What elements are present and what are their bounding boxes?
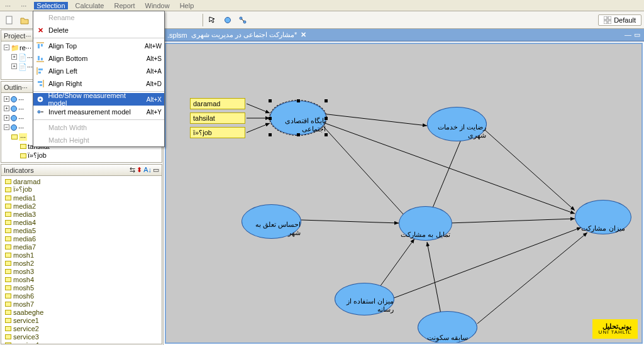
svg-rect-9 (608, 21, 611, 24)
pointer-tool[interactable] (206, 13, 219, 27)
indicators-list[interactable]: daramadï»؟jobmedia1media2media3media4med… (1, 176, 162, 344)
indicator-item[interactable]: mosh1 (3, 251, 160, 259)
menu-calculate[interactable]: Calculate (73, 2, 107, 9)
indicator-item[interactable]: mosh6 (3, 292, 160, 300)
indicator-label: service4 (13, 341, 39, 344)
indicator-item[interactable]: ï»؟job (3, 185, 160, 194)
latent-node[interactable]: رضایت از خدمات شهری (427, 107, 487, 141)
latent-node[interactable]: تمایل به مشارکت (399, 206, 452, 241)
hide-show-icon (36, 95, 44, 104)
close-tab-icon[interactable]: ✕ (301, 31, 306, 39)
sort-asc-icon[interactable]: A↓ (143, 166, 152, 174)
latent-node[interactable]: میزان مشارکت (575, 200, 631, 234)
menu-match-height: Match Height (33, 134, 164, 146)
indicator-item[interactable]: saabeghe (3, 308, 160, 316)
svg-rect-18 (38, 72, 41, 74)
indicator-item[interactable]: service4 (3, 341, 160, 344)
link-tool[interactable] (236, 13, 250, 27)
menu-window[interactable]: Window (143, 2, 172, 9)
indicator-box[interactable]: daramad (190, 98, 245, 109)
menu-selection[interactable]: Selection (34, 2, 67, 9)
align-top-icon (36, 41, 45, 50)
toggle-icon[interactable]: ⇆ (130, 166, 135, 174)
indicator-label: service1 (13, 317, 39, 324)
indicator-icon (5, 204, 11, 209)
open-button[interactable] (18, 13, 31, 27)
indicator-icon (5, 334, 11, 339)
latent-node[interactable]: احساس تعلق به شهر (242, 204, 301, 239)
indicator-item[interactable]: media4 (3, 218, 160, 226)
indicator-icon (5, 293, 11, 298)
indicator-item[interactable]: mosh3 (3, 267, 160, 275)
indicator-item[interactable]: media2 (3, 202, 160, 210)
new-button[interactable] (3, 13, 16, 27)
indicator-item[interactable]: service2 (3, 324, 160, 332)
indicator-icon (5, 318, 11, 323)
menubar[interactable]: ··· ··· Selection Calculate Report Windo… (0, 0, 644, 11)
tab-title: مشارکت اجتماعی در مدیریت شهری* (191, 31, 297, 39)
default-view-button[interactable]: Default (598, 14, 641, 26)
delete-icon: ✕ (36, 26, 45, 35)
indicator-icon (5, 179, 11, 184)
indicator-item[interactable]: media6 (3, 234, 160, 243)
indicator-box[interactable]: ï»؟job (190, 127, 245, 138)
menu-align-top[interactable]: Align TopAlt+W (33, 40, 164, 52)
indicator-label: media1 (13, 194, 36, 202)
default-label: Default (614, 16, 636, 24)
filter-icon[interactable]: ⬍ (136, 166, 142, 174)
menu-match-width: Match Width (33, 121, 164, 134)
outline-leaf[interactable]: daramad (3, 160, 160, 162)
indicator-label: mosh7 (13, 300, 34, 308)
outline-leaf[interactable]: ï»؟job (3, 151, 160, 160)
indicator-item[interactable]: daramad (3, 177, 160, 185)
indicator-item[interactable]: mosh2 (3, 259, 160, 267)
document-tab[interactable]: .splsm مشارکت اجتماعی در مدیریت شهری* ✕ … (164, 29, 644, 41)
latent-node[interactable]: میزان استفاده از رسانه (335, 283, 394, 315)
latent-node[interactable]: سابقه سکونت (418, 311, 477, 344)
menu-invert-measurement[interactable]: Invert measurement modelAlt+Y (33, 106, 164, 118)
projects-title: Project··· (4, 32, 31, 40)
indicator-item[interactable]: media5 (3, 226, 160, 234)
minimize-icon[interactable]: — (625, 31, 631, 39)
menu-align-right[interactable]: Align RightAlt+D (33, 77, 164, 90)
maximize-icon[interactable]: ▭ (634, 31, 640, 39)
indicator-label: service2 (13, 325, 39, 332)
svg-line-29 (317, 113, 427, 126)
svg-line-28 (317, 119, 411, 223)
svg-point-24 (38, 111, 40, 113)
indicator-icon (5, 302, 11, 307)
minimize-icon[interactable]: ▭ (153, 166, 159, 174)
indicator-icon (5, 244, 11, 249)
menu-item[interactable]: ··· (3, 2, 13, 9)
svg-rect-11 (38, 44, 40, 48)
menu-item[interactable]: ··· (18, 2, 29, 9)
menu-hide-show-measurement[interactable]: Hide/Show measurement modelAlt+X (33, 93, 164, 106)
watermark: یونی‌تحلیل UNI TAHLIL (592, 319, 638, 339)
outline-title: Outlin··· (4, 84, 28, 91)
menu-help[interactable]: Help (177, 2, 197, 9)
indicator-item[interactable]: service1 (3, 316, 160, 324)
node-tool[interactable] (221, 13, 235, 27)
menu-delete[interactable]: ✕Delete (33, 24, 164, 36)
menu-report[interactable]: Report (111, 2, 137, 9)
indicator-item[interactable]: media7 (3, 243, 160, 251)
indicator-item[interactable]: service3 (3, 332, 160, 341)
svg-line-5 (242, 19, 244, 21)
indicator-icon (5, 195, 11, 200)
indicator-item[interactable]: mosh5 (3, 283, 160, 292)
indicator-box[interactable]: tahsilat (190, 112, 245, 124)
latent-node-selected[interactable]: پایگاه اقتصادی اجتماعی (270, 101, 326, 135)
connection-arrows (166, 44, 641, 342)
menu-align-left[interactable]: Align LeftAlt+A (33, 65, 164, 77)
menu-align-bottom[interactable]: Align BottomAlt+S (33, 52, 164, 65)
svg-rect-17 (38, 68, 43, 70)
svg-line-38 (477, 233, 587, 324)
svg-point-23 (39, 99, 41, 101)
align-bottom-icon (36, 54, 45, 63)
indicator-item[interactable]: mosh4 (3, 275, 160, 283)
model-canvas[interactable]: daramad tahsilat ï»؟job پایگاه اقتصادی ا… (165, 43, 643, 344)
indicator-item[interactable]: media1 (3, 194, 160, 202)
indicator-item[interactable]: media3 (3, 210, 160, 218)
indicator-item[interactable]: mosh7 (3, 300, 160, 308)
indicator-label: mosh5 (13, 284, 34, 292)
